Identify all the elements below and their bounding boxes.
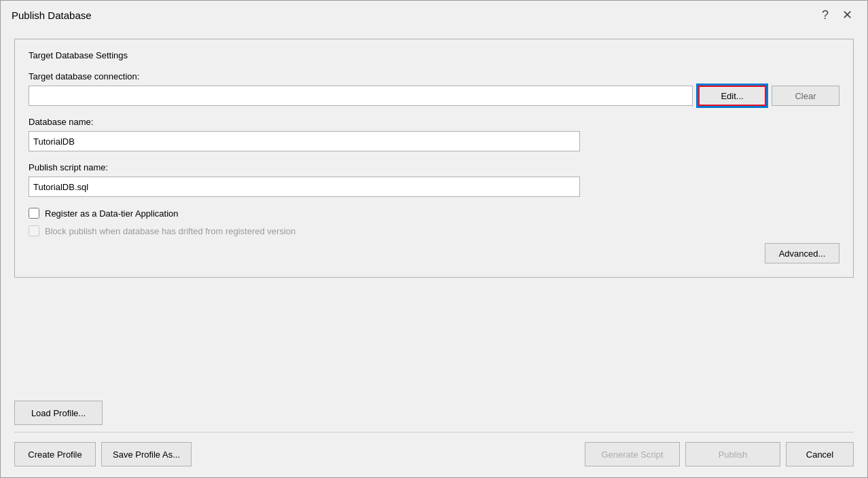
cancel-button[interactable]: Cancel: [786, 442, 854, 466]
register-label: Register as a Data-tier Application: [45, 208, 179, 219]
create-profile-button[interactable]: Create Profile: [14, 442, 96, 466]
title-bar: Publish Database ? ✕: [1, 1, 867, 28]
clear-button[interactable]: Clear: [772, 86, 839, 106]
connection-input[interactable]: [29, 86, 693, 106]
block-publish-checkbox-row: Block publish when database has drifted …: [29, 225, 839, 236]
db-name-label: Database name:: [29, 117, 839, 127]
register-checkbox[interactable]: [29, 208, 39, 219]
bottom-row1: Load Profile...: [14, 401, 854, 425]
advanced-row: Advanced...: [29, 243, 839, 263]
target-db-settings-section: Target Database Settings Target database…: [14, 39, 854, 278]
divider: [14, 432, 854, 433]
help-button[interactable]: ?: [818, 7, 833, 22]
script-name-label: Publish script name:: [29, 162, 839, 172]
advanced-button[interactable]: Advanced...: [765, 243, 839, 263]
save-profile-button[interactable]: Save Profile As...: [101, 442, 192, 466]
connection-row: Edit... Clear: [29, 86, 839, 106]
edit-button[interactable]: Edit...: [698, 86, 766, 106]
connection-label: Target database connection:: [29, 71, 839, 81]
dialog-title: Publish Database: [12, 10, 92, 21]
block-publish-checkbox: [29, 225, 39, 236]
bottom-row2-right: Generate Script Publish Cancel: [585, 442, 854, 466]
publish-button: Publish: [685, 442, 780, 466]
title-bar-left: Publish Database: [12, 10, 92, 21]
generate-script-button: Generate Script: [585, 442, 680, 466]
register-checkbox-row: Register as a Data-tier Application: [29, 208, 839, 219]
db-name-input[interactable]: [29, 131, 580, 151]
close-button[interactable]: ✕: [838, 7, 856, 22]
title-bar-right: ? ✕: [818, 7, 856, 22]
bottom-row2: Create Profile Save Profile As... Genera…: [14, 442, 854, 466]
dialog-body: Target Database Settings Target database…: [1, 28, 867, 394]
bottom-bar: Load Profile... Create Profile Save Prof…: [1, 394, 867, 477]
publish-database-dialog: Publish Database ? ✕ Target Database Set…: [0, 0, 868, 478]
section-title: Target Database Settings: [29, 50, 839, 60]
load-profile-button[interactable]: Load Profile...: [14, 401, 103, 425]
bottom-row2-left: Create Profile Save Profile As...: [14, 442, 192, 466]
block-label: Block publish when database has drifted …: [45, 226, 295, 236]
script-name-input[interactable]: [29, 177, 580, 197]
